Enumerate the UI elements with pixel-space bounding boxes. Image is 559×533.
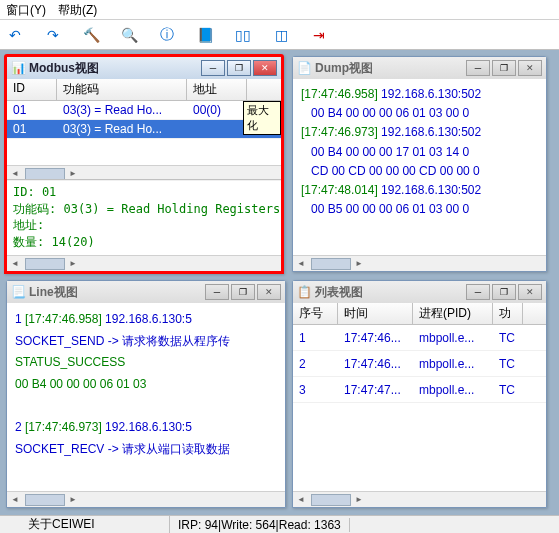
close-button[interactable]: ✕ bbox=[518, 60, 542, 76]
close-button[interactable]: ✕ bbox=[257, 284, 281, 300]
undo-icon[interactable]: ↶ bbox=[6, 26, 24, 44]
minimize-button[interactable]: ─ bbox=[205, 284, 229, 300]
maximize-button[interactable]: ❐ bbox=[231, 284, 255, 300]
line-panel: 📃 Line视图 ─ ❐ ✕ 1 [17:47:46.958] 192.168.… bbox=[6, 280, 286, 508]
maximize-tooltip: 最大化 bbox=[243, 101, 281, 135]
maximize-button[interactable]: ❐ bbox=[492, 60, 516, 76]
col-func[interactable]: 功能码 bbox=[57, 79, 187, 100]
panel-icon: 📊 bbox=[11, 61, 25, 75]
panel-icon: 📃 bbox=[11, 285, 25, 299]
col-proc[interactable]: 进程(PID) bbox=[413, 303, 493, 324]
line-hscroll[interactable] bbox=[7, 491, 285, 507]
minimize-button[interactable]: ─ bbox=[201, 60, 225, 76]
dump-titlebar[interactable]: 📄 Dump视图 ─ ❐ ✕ bbox=[293, 57, 546, 79]
list-titlebar[interactable]: 📋 列表视图 ─ ❐ ✕ bbox=[293, 281, 546, 303]
panel-icon: 📋 bbox=[297, 285, 311, 299]
binoculars-icon[interactable]: 🔍 bbox=[120, 26, 138, 44]
minimize-button[interactable]: ─ bbox=[466, 60, 490, 76]
status-about: 关于CEIWEI bbox=[20, 516, 170, 533]
maximize-button[interactable]: ❐ bbox=[227, 60, 251, 76]
close-button[interactable]: ✕ bbox=[253, 60, 277, 76]
col-addr[interactable]: 地址 bbox=[187, 79, 247, 100]
line-titlebar[interactable]: 📃 Line视图 ─ ❐ ✕ bbox=[7, 281, 285, 303]
col-fn[interactable]: 功 bbox=[493, 303, 523, 324]
list-grid: 序号 时间 进程(PID) 功 117:47:46...mbpoll.e...T… bbox=[293, 303, 546, 403]
dump-hscroll[interactable] bbox=[293, 255, 546, 271]
redo-icon[interactable]: ↷ bbox=[44, 26, 62, 44]
table-row[interactable]: 317:47:47...mbpoll.e...TC bbox=[293, 377, 546, 403]
split-icon[interactable]: ◫ bbox=[272, 26, 290, 44]
table-row[interactable]: 117:47:46...mbpoll.e...TC bbox=[293, 325, 546, 351]
statusbar: 关于CEIWEI IRP: 94|Write: 564|Read: 1363 bbox=[0, 515, 559, 533]
maximize-button[interactable]: ❐ bbox=[492, 284, 516, 300]
layout-icon[interactable]: ▯▯ bbox=[234, 26, 252, 44]
modbus-grid-header: ID 功能码 地址 bbox=[7, 79, 281, 101]
minimize-button[interactable]: ─ bbox=[466, 284, 490, 300]
list-title-text: 列表视图 bbox=[315, 284, 462, 301]
hammer-icon[interactable]: 🔨 bbox=[82, 26, 100, 44]
table-row[interactable]: 0103(3) = Read Ho... bbox=[7, 120, 281, 139]
status-irp: IRP: 94|Write: 564|Read: 1363 bbox=[170, 518, 350, 532]
modbus-hscroll2[interactable] bbox=[7, 255, 281, 271]
modbus-grid: ID 功能码 地址 0103(3) = Read Ho...00(0)0103(… bbox=[7, 79, 281, 139]
workspace: 📊 Modbus视图 ─ ❐ ✕ ID 功能码 地址 0103(3) = Rea… bbox=[0, 50, 559, 515]
modbus-titlebar[interactable]: 📊 Modbus视图 ─ ❐ ✕ bbox=[7, 57, 281, 79]
table-row[interactable]: 217:47:46...mbpoll.e...TC bbox=[293, 351, 546, 377]
list-panel: 📋 列表视图 ─ ❐ ✕ 序号 时间 进程(PID) 功 117:47:46..… bbox=[292, 280, 547, 508]
panel-icon: 📄 bbox=[297, 61, 311, 75]
menu-help[interactable]: 帮助(Z) bbox=[58, 2, 97, 17]
dump-title-text: Dump视图 bbox=[315, 60, 462, 77]
modbus-detail: ID: 01 功能码: 03(3) = Read Holding Registe… bbox=[7, 179, 281, 255]
menu-window[interactable]: 窗口(Y) bbox=[6, 2, 46, 17]
list-hscroll[interactable] bbox=[293, 491, 546, 507]
toolbar: ↶ ↷ 🔨 🔍 ⓘ 📘 ▯▯ ◫ ⇥ bbox=[0, 20, 559, 50]
col-seq[interactable]: 序号 bbox=[293, 303, 338, 324]
dump-content: [17:47:46.958] 192.168.6.130:502 00 B4 0… bbox=[293, 79, 546, 225]
dump-panel: 📄 Dump视图 ─ ❐ ✕ [17:47:46.958] 192.168.6.… bbox=[292, 56, 547, 272]
col-id[interactable]: ID bbox=[7, 79, 57, 100]
line-title-text: Line视图 bbox=[29, 284, 201, 301]
info-icon[interactable]: ⓘ bbox=[158, 26, 176, 44]
close-button[interactable]: ✕ bbox=[518, 284, 542, 300]
modbus-panel: 📊 Modbus视图 ─ ❐ ✕ ID 功能码 地址 0103(3) = Rea… bbox=[4, 54, 284, 274]
line-content: 1 [17:47:46.958] 192.168.6.130:5SOCKET_S… bbox=[7, 303, 285, 466]
menubar: 窗口(Y) 帮助(Z) bbox=[0, 0, 559, 20]
list-grid-header: 序号 时间 进程(PID) 功 bbox=[293, 303, 546, 325]
modbus-title-text: Modbus视图 bbox=[29, 60, 197, 77]
table-row[interactable]: 0103(3) = Read Ho...00(0) bbox=[7, 101, 281, 120]
exit-icon[interactable]: ⇥ bbox=[310, 26, 328, 44]
col-time[interactable]: 时间 bbox=[338, 303, 413, 324]
book-icon[interactable]: 📘 bbox=[196, 26, 214, 44]
